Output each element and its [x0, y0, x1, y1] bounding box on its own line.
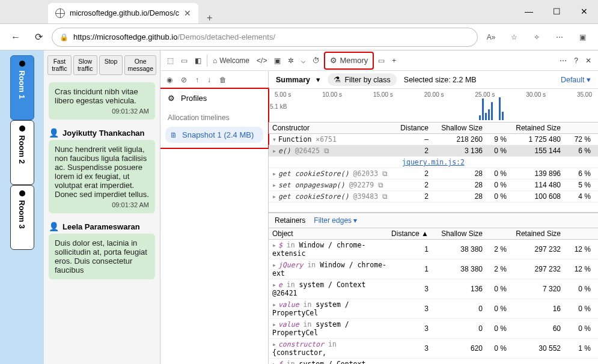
tick-label: 35.00 — [577, 91, 592, 98]
tab-memory[interactable]: ⚙ Memory — [324, 52, 374, 70]
maximize-button[interactable]: ☐ — [543, 0, 570, 23]
browser-tab[interactable]: microsoftedge.github.io/Demos/c ✕ — [48, 3, 198, 23]
back-button[interactable]: ← — [6, 28, 25, 47]
record-icon[interactable]: ◉ — [166, 76, 172, 84]
message-bubble: Cras tincidunt nibh vitae libero egestas… — [49, 82, 155, 120]
person-icon: 👤 — [49, 128, 59, 138]
constructor-row[interactable]: e() @26425 ⧉23 1360 %155 1446 % — [269, 145, 598, 157]
status-dot — [19, 126, 25, 132]
address-bar[interactable]: 🔒 https://microsoftedge.github.io/Demos/… — [52, 28, 478, 47]
clear-icon[interactable]: ⊘ — [181, 76, 187, 84]
message-author: 👤Joyikutty Thankachan — [49, 128, 155, 138]
load-icon[interactable]: ↑ — [195, 76, 199, 84]
retainer-row[interactable]: value in system / PropertyCel300 %600 % — [269, 319, 598, 339]
room-label: Room 2 — [17, 135, 26, 164]
profiles-label: Profiles — [181, 94, 207, 103]
retainer-row[interactable]: f in system / Context @2625745200 %22 30… — [269, 359, 598, 364]
snapshot-item[interactable]: 🗎 Snapshot 1 (2.4 MB) — [165, 127, 263, 143]
message-time: 09:01:32 AM — [55, 199, 149, 208]
settings-icon[interactable]: ⋯ — [550, 28, 569, 47]
trash-icon[interactable]: 🗑 — [219, 76, 227, 84]
url-host: https://microsoftedge.github.io — [73, 32, 177, 41]
tab-application[interactable]: ▭ — [375, 52, 388, 69]
retainer-row[interactable]: $ in Window / chrome-extensic138 3802 %2… — [269, 240, 598, 259]
inspect-icon[interactable]: ⬚ — [164, 52, 177, 69]
status-dot — [19, 190, 25, 196]
room-label: Room 3 — [17, 200, 26, 229]
site-info-icon[interactable]: 🔒 — [59, 33, 69, 41]
settings-toggle-icon[interactable]: ⚙ — [168, 94, 175, 103]
object-header: ObjectDistance ▲Shallow SizeRetained Siz… — [269, 228, 598, 240]
favorites-icon[interactable]: ☆ — [504, 28, 523, 47]
room-label: Room 1 — [17, 70, 26, 99]
profiles-highlight: ⚙ Profiles Allocation timelines 🗎 Snapsh… — [160, 88, 269, 149]
message-bubble: Nunc hendrerit velit ligula, non faucibu… — [49, 140, 155, 213]
close-window-button[interactable]: ✕ — [570, 0, 598, 23]
tab-welcome[interactable]: ⌂ Welcome — [210, 52, 252, 69]
device-icon[interactable]: ▭ — [178, 52, 191, 69]
tick-label: 30.00 s — [526, 91, 546, 98]
room-button-2[interactable]: Room 2 — [10, 120, 34, 185]
tick-label: 10.00 s — [322, 91, 342, 98]
tick-label: 20.00 s — [424, 91, 444, 98]
constructor-row[interactable]: set onpageswap() @92279 ⧉2280 %114 4805 … — [269, 180, 598, 191]
devtools-dock-icon[interactable]: ▣ — [573, 28, 592, 47]
retainers-label: Retainers — [275, 216, 305, 225]
new-tab-button[interactable]: + — [198, 13, 221, 23]
status-dot — [19, 61, 25, 67]
perspective-dropdown[interactable]: Default — [561, 75, 591, 84]
selected-size-label: Selected size: 2.2 MB — [404, 76, 477, 84]
tick-label: 15.00 s — [373, 91, 393, 98]
traffic-button[interactable]: Slowtraffic — [73, 55, 97, 75]
source-link-row[interactable]: jquery.min.js:2 — [269, 157, 598, 168]
message-bubble: Duis dolor est, lacinia in sollicitudin … — [49, 234, 155, 279]
timeline-y-label: 5.1 kB — [270, 103, 287, 110]
chat-column: FasttrafficSlowtrafficStopOnemessage Cra… — [44, 50, 160, 364]
traffic-button[interactable]: Fasttraffic — [47, 55, 72, 75]
tab-elements[interactable]: </> — [254, 52, 270, 69]
rooms-sidebar: Room 1Room 2Room 3 — [0, 50, 44, 364]
retainer-row[interactable]: value in system / PropertyCel300 %160 % — [269, 299, 598, 319]
minimize-button[interactable]: — — [515, 0, 543, 23]
close-devtools-icon[interactable]: ✕ — [582, 52, 594, 69]
save-icon[interactable]: ↓ — [207, 76, 211, 84]
dock-icon[interactable]: ◧ — [192, 52, 204, 69]
close-tab-icon[interactable]: ✕ — [184, 8, 191, 18]
tab-title: microsoftedge.github.io/Demos/c — [70, 9, 179, 17]
devtools-panel: ⬚ ▭ ◧ ⌂ Welcome </> ▣ ✲ ⌵ ⏱ ⚙ Memory ▭ +… — [160, 50, 598, 364]
traffic-button[interactable]: Stop — [99, 55, 123, 75]
retainer-row[interactable]: constructor in {constructor,36200 %30 55… — [269, 339, 598, 359]
constructor-row[interactable]: Function ×6751–218 2609 %1 725 48072 % — [269, 134, 598, 145]
snapshot-icon: 🗎 — [170, 131, 177, 139]
person-icon: 👤 — [49, 222, 59, 231]
tab-network[interactable]: ⌵ — [298, 52, 308, 69]
tab-overflow[interactable]: + — [389, 52, 399, 69]
traffic-button[interactable]: Onemessage — [124, 55, 156, 75]
more-tools-icon[interactable]: ⋯ — [557, 52, 570, 69]
summary-dropdown[interactable]: Summary ▾ — [276, 75, 320, 84]
read-aloud-icon[interactable]: A» — [481, 28, 501, 47]
room-button-1[interactable]: Room 1 — [10, 55, 34, 120]
retainer-row[interactable]: e in system / Context @2642131360 %7 320… — [269, 279, 598, 299]
room-button-3[interactable]: Room 3 — [10, 185, 34, 250]
url-path: /Demos/detached-elements/ — [177, 32, 275, 41]
allocation-timeline[interactable]: 5.00 s10.00 s15.00 s20.00 s25.00 s30.00 … — [269, 89, 598, 123]
tick-label: 5.00 s — [275, 91, 291, 98]
message-author: 👤Leela Parameswaran — [49, 222, 155, 231]
message-time: 09:01:32 AM — [55, 105, 149, 115]
retainer-row[interactable]: jQuery in Window / chrome-ext138 3802 %2… — [269, 259, 598, 279]
refresh-button[interactable]: ⟳ — [29, 28, 48, 47]
constructor-header: ConstructorDistanceShallow SizeRetained … — [269, 123, 598, 134]
snapshot-label: Snapshot 1 (2.4 MB) — [182, 130, 254, 139]
globe-icon — [55, 8, 65, 18]
constructor-row[interactable]: get cookieStore() @39483 ⧉2280 %100 6084… — [269, 191, 598, 202]
tab-performance[interactable]: ⏱ — [310, 52, 323, 69]
filter-class-input[interactable]: ⚗ Filter by class — [328, 73, 396, 86]
collections-icon[interactable]: ✧ — [527, 28, 546, 47]
help-icon[interactable]: ? — [571, 52, 581, 69]
tab-sources[interactable]: ✲ — [285, 52, 297, 69]
constructor-row[interactable]: get cookieStore() @62033 ⧉2280 %139 8966… — [269, 168, 598, 180]
filter-edges-dropdown[interactable]: Filter edges — [314, 216, 357, 225]
allocation-timelines-label: Allocation timelines — [160, 108, 268, 126]
tab-console[interactable]: ▣ — [271, 52, 284, 69]
